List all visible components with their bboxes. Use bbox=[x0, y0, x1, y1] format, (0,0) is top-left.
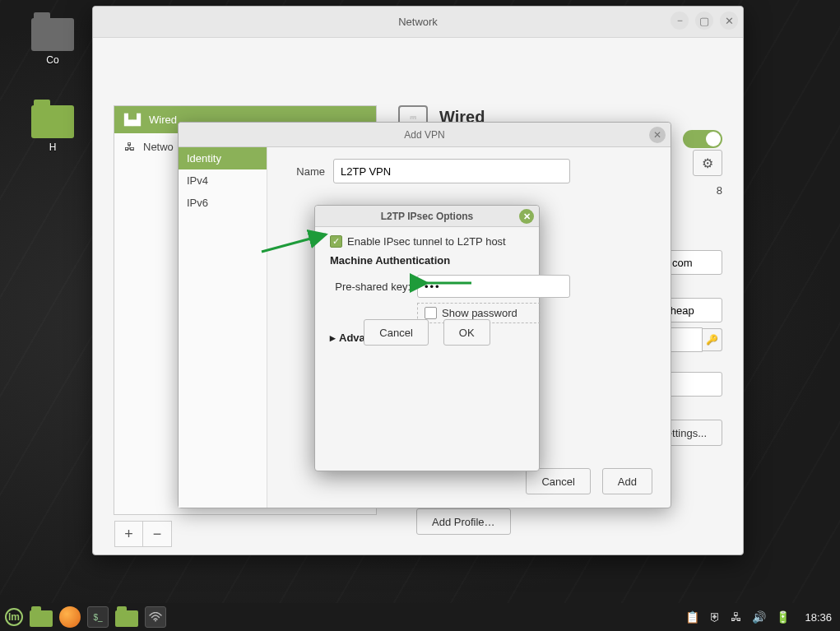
show-password-label: Show password bbox=[442, 307, 517, 319]
network-settings-taskbar-icon[interactable] bbox=[145, 606, 166, 628]
close-icon[interactable]: ✕ bbox=[519, 209, 534, 224]
name-label: Name bbox=[285, 165, 325, 178]
add-button[interactable]: Add bbox=[602, 468, 652, 494]
psk-input[interactable] bbox=[417, 275, 570, 298]
machine-auth-heading: Machine Authentication bbox=[330, 254, 524, 267]
dialog-title: Add VPN bbox=[404, 129, 444, 141]
window-title: Network bbox=[398, 16, 438, 28]
network-tray-icon[interactable]: 🖧 bbox=[731, 610, 742, 624]
key-icon[interactable]: 🔑 bbox=[703, 328, 722, 351]
remove-connection-button[interactable]: − bbox=[143, 522, 171, 546]
maximize-button[interactable]: ▢ bbox=[695, 12, 713, 30]
close-button[interactable]: ✕ bbox=[720, 12, 738, 30]
desktop-icon-label: H bbox=[23, 142, 82, 153]
enable-ipsec-checkbox[interactable]: ✓ bbox=[330, 235, 342, 248]
desktop-icon-label: Co bbox=[23, 54, 82, 66]
svg-point-2 bbox=[155, 620, 156, 622]
desktop-icon-home[interactable]: H bbox=[23, 105, 82, 153]
tab-ipv6[interactable]: IPv6 bbox=[179, 192, 267, 214]
wired-icon: ▙▟ bbox=[124, 114, 141, 126]
sidebar-item-label: Netwo bbox=[143, 141, 174, 153]
psk-label: Pre-shared key: bbox=[330, 281, 411, 293]
desktop-icon-computer[interactable]: Co bbox=[23, 18, 82, 66]
tab-identity[interactable]: Identity bbox=[179, 147, 267, 169]
vpn-tab-sidebar: Identity IPv4 IPv6 bbox=[179, 147, 267, 508]
dialog-title: L2TP IPsec Options bbox=[381, 211, 473, 222]
terminal-launcher[interactable] bbox=[87, 606, 109, 628]
dialog-titlebar[interactable]: L2TP IPsec Options ✕ bbox=[315, 206, 539, 227]
clock[interactable]: 18:36 bbox=[805, 611, 832, 624]
close-icon[interactable]: ✕ bbox=[649, 127, 666, 143]
volume-tray-icon[interactable]: 🔊 bbox=[752, 610, 766, 624]
show-password-checkbox[interactable] bbox=[425, 307, 437, 319]
files-taskbar-icon[interactable] bbox=[115, 610, 138, 627]
taskbar: lm 📋 ⛨ 🖧 🔊 🔋 18:36 bbox=[0, 603, 840, 631]
add-connection-button[interactable]: + bbox=[115, 522, 143, 546]
ipsec-options-dialog: L2TP IPsec Options ✕ ✓ Enable IPsec tunn… bbox=[314, 205, 540, 471]
connection-toggle[interactable] bbox=[683, 130, 722, 148]
minimize-button[interactable]: － bbox=[671, 12, 689, 30]
connection-settings-button[interactable]: ⚙ bbox=[693, 150, 722, 176]
add-profile-button[interactable]: Add Profile… bbox=[416, 508, 511, 535]
cancel-button[interactable]: Cancel bbox=[364, 319, 428, 346]
window-titlebar[interactable]: Network － ▢ ✕ bbox=[93, 7, 743, 38]
cancel-button[interactable]: Cancel bbox=[526, 468, 590, 494]
label-fragment: 8 bbox=[717, 184, 722, 197]
shield-tray-icon[interactable]: ⛨ bbox=[709, 610, 721, 624]
battery-tray-icon[interactable]: 🔋 bbox=[776, 610, 790, 624]
proxy-icon: 🖧 bbox=[124, 141, 135, 153]
enable-ipsec-label: Enable IPsec tunnel to L2TP host bbox=[347, 235, 506, 248]
sidebar-item-label: Wired bbox=[149, 114, 177, 126]
dialog-titlebar[interactable]: Add VPN ✕ bbox=[179, 123, 671, 147]
gateway-field-fragment[interactable] bbox=[665, 250, 722, 275]
firefox-launcher[interactable] bbox=[59, 606, 81, 628]
file-manager-launcher[interactable] bbox=[30, 610, 53, 627]
tab-ipv4[interactable]: IPv4 bbox=[179, 169, 267, 192]
computer-icon bbox=[31, 18, 74, 51]
menu-button[interactable]: lm bbox=[5, 608, 23, 626]
ok-button[interactable]: OK bbox=[443, 319, 490, 346]
vpn-name-input[interactable] bbox=[333, 159, 570, 183]
clipboard-tray-icon[interactable]: 📋 bbox=[685, 610, 699, 624]
home-folder-icon bbox=[31, 105, 74, 138]
gear-icon: ⚙ bbox=[702, 155, 713, 171]
